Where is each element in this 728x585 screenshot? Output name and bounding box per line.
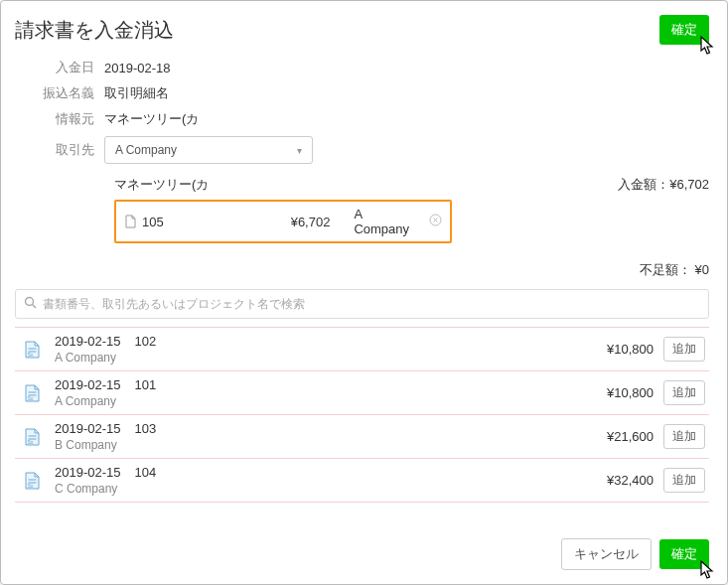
svg-text:S≡: S≡ bbox=[28, 352, 34, 358]
deposit-date-label: 入金日 bbox=[15, 59, 104, 76]
row-amount: ¥32,400 bbox=[564, 473, 654, 488]
confirm-button-bottom[interactable]: 確定 bbox=[659, 539, 709, 569]
client-selected: A Company bbox=[115, 143, 177, 157]
summary-top-line: マネーツリー(カ 入金額：¥6,702 bbox=[114, 176, 709, 194]
deposit-date-value: 2019-02-18 bbox=[104, 61, 171, 75]
row-date: 2019-02-15 bbox=[55, 465, 121, 480]
svg-text:S≡: S≡ bbox=[28, 395, 34, 401]
modal-footer: キャンセル 確定 bbox=[561, 538, 709, 570]
shortfall-label: 不足額： bbox=[640, 262, 691, 277]
confirm-label: 確定 bbox=[671, 22, 697, 37]
chevron-down-icon: ▾ bbox=[297, 145, 302, 156]
row-number: 102 bbox=[135, 334, 157, 349]
row-company: B Company bbox=[55, 438, 554, 452]
invoice-doc-icon: S≡ bbox=[19, 383, 45, 403]
row-number: 103 bbox=[135, 421, 157, 436]
cursor-icon bbox=[697, 35, 717, 57]
row-body: 2019-02-15104C Company bbox=[55, 465, 554, 496]
row-date: 2019-02-15 bbox=[55, 421, 121, 436]
svg-text:S≡: S≡ bbox=[28, 483, 34, 489]
transfer-name-label: 振込名義 bbox=[15, 84, 104, 102]
reconcile-modal: 請求書を入金消込 確定 入金日 2019-02-18 振込名義 取引明細名 情報… bbox=[0, 0, 728, 585]
summary-source: マネーツリー(カ bbox=[114, 176, 209, 194]
row-body: 2019-02-15102A Company bbox=[55, 334, 554, 365]
search-icon bbox=[24, 296, 37, 312]
transfer-name-value: 取引明細名 bbox=[104, 84, 169, 102]
applied-doc-number: 105 bbox=[142, 215, 256, 229]
add-button[interactable]: 追加 bbox=[663, 337, 705, 362]
invoice-list: S≡2019-02-15102A Company¥10,800追加S≡2019-… bbox=[15, 327, 709, 503]
row-amount: ¥10,800 bbox=[564, 342, 654, 357]
row-client: 取引先 A Company ▾ bbox=[15, 136, 709, 164]
shortfall-value: ¥0 bbox=[695, 262, 709, 277]
row-body: 2019-02-15101A Company bbox=[55, 377, 554, 408]
row-deposit-date: 入金日 2019-02-18 bbox=[15, 59, 709, 76]
invoice-doc-icon: S≡ bbox=[19, 427, 45, 447]
invoice-row: S≡2019-02-15102A Company¥10,800追加 bbox=[15, 327, 709, 370]
modal-header: 請求書を入金消込 確定 bbox=[15, 15, 709, 45]
row-amount: ¥10,800 bbox=[564, 385, 654, 400]
modal-title: 請求書を入金消込 bbox=[15, 17, 174, 44]
search-input[interactable] bbox=[43, 297, 700, 311]
row-number: 101 bbox=[135, 377, 157, 392]
svg-text:S≡: S≡ bbox=[28, 439, 34, 445]
row-company: A Company bbox=[55, 351, 554, 365]
invoice-doc-icon: S≡ bbox=[19, 340, 45, 360]
row-company: C Company bbox=[55, 482, 554, 496]
add-button[interactable]: 追加 bbox=[663, 380, 705, 405]
deposit-amount-value: ¥6,702 bbox=[669, 177, 709, 192]
row-date: 2019-02-15 bbox=[55, 377, 121, 392]
svg-line-2 bbox=[33, 305, 37, 309]
client-select[interactable]: A Company ▾ bbox=[104, 136, 313, 164]
confirm-button-top[interactable]: 確定 bbox=[659, 15, 709, 45]
source-label: 情報元 bbox=[15, 110, 104, 128]
row-date: 2019-02-15 bbox=[55, 334, 121, 349]
add-button[interactable]: 追加 bbox=[663, 424, 705, 449]
deposit-amount: 入金額：¥6,702 bbox=[618, 176, 709, 194]
remove-icon[interactable] bbox=[429, 214, 442, 229]
applied-amount: ¥6,702 bbox=[262, 215, 330, 229]
deposit-amount-label: 入金額： bbox=[618, 177, 669, 192]
shortfall-line: 不足額： ¥0 bbox=[114, 261, 709, 279]
invoice-doc-icon: S≡ bbox=[19, 471, 45, 491]
row-transfer-name: 振込名義 取引明細名 bbox=[15, 84, 709, 102]
source-value: マネーツリー(カ bbox=[104, 110, 199, 128]
svg-point-1 bbox=[26, 298, 34, 306]
row-source: 情報元 マネーツリー(カ bbox=[15, 110, 709, 128]
invoice-row: S≡2019-02-15103B Company¥21,600追加 bbox=[15, 414, 709, 458]
row-number: 104 bbox=[135, 465, 157, 480]
row-body: 2019-02-15103B Company bbox=[55, 421, 554, 452]
cancel-button[interactable]: キャンセル bbox=[561, 538, 652, 570]
applied-company: A Company bbox=[336, 207, 419, 236]
add-button[interactable]: 追加 bbox=[663, 468, 705, 493]
cursor-icon bbox=[697, 559, 717, 581]
invoice-row: S≡2019-02-15101A Company¥10,800追加 bbox=[15, 370, 709, 414]
invoice-row: S≡2019-02-15104C Company¥32,400追加 bbox=[15, 458, 709, 503]
search-bar[interactable] bbox=[15, 289, 709, 319]
row-amount: ¥21,600 bbox=[564, 429, 654, 444]
row-company: A Company bbox=[55, 394, 554, 408]
confirm-label-bottom: 確定 bbox=[671, 546, 697, 561]
document-icon bbox=[124, 215, 136, 228]
client-label: 取引先 bbox=[15, 141, 104, 159]
applied-invoice-box: 105 ¥6,702 A Company bbox=[114, 200, 452, 243]
summary-block: マネーツリー(カ 入金額：¥6,702 105 ¥6,702 A Company… bbox=[114, 176, 709, 279]
